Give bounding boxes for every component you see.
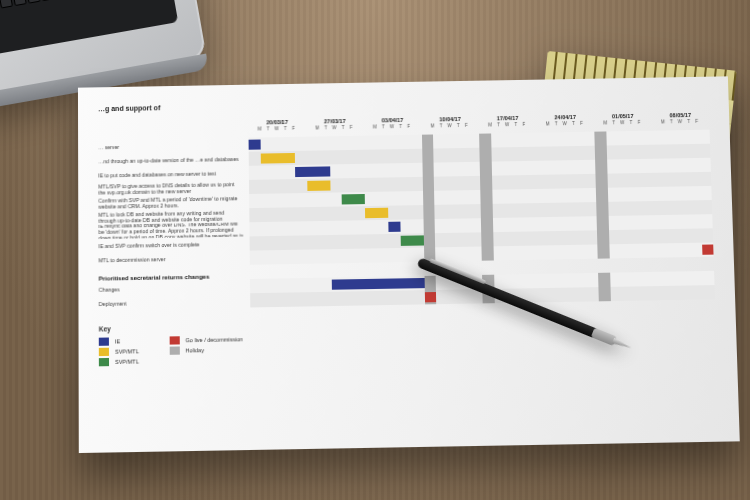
holiday-strip [422, 149, 434, 163]
holiday-strip [422, 191, 434, 205]
gantt-bar [365, 208, 388, 219]
holiday-strip [481, 204, 493, 218]
gantt-bar [260, 153, 295, 164]
week-date: 10/04/17 [421, 116, 479, 123]
week-date: 17/04/17 [479, 115, 537, 122]
gantt-bar [295, 166, 330, 177]
week-date: 03/04/17 [364, 117, 422, 124]
week-days: M T W T F [248, 126, 306, 132]
gantt-document: …g and support of … server…nd through an… [78, 76, 740, 453]
holiday-strip [597, 216, 609, 230]
week-header: 10/04/17M T W T F [421, 116, 479, 135]
holiday-strip [423, 205, 435, 219]
week-header: 08/05/17M T W T F [651, 112, 709, 131]
week-header: 03/04/17M T W T F [364, 117, 422, 136]
holiday-strip [597, 230, 609, 244]
week-date: 20/03/17 [248, 119, 306, 126]
week-days: M T W T F [306, 125, 364, 131]
holiday-strip [595, 160, 607, 174]
gantt-bar [400, 235, 423, 246]
legend-swatch [99, 358, 109, 366]
week-header: 27/03/17M T W T F [306, 118, 364, 137]
week-days: M T W T F [536, 121, 594, 127]
week-header: 01/05/17M T W T F [594, 113, 652, 132]
holiday-strip [479, 148, 491, 162]
gantt-bar [424, 292, 436, 302]
holiday-strip [595, 174, 607, 188]
gantt-bar [388, 222, 400, 232]
gantt-bar [342, 194, 365, 204]
legend-swatch [169, 346, 179, 354]
legend-swatch [169, 336, 179, 344]
holiday-strip [422, 163, 434, 177]
holiday-strip [480, 190, 492, 204]
week-header: 24/04/17M T W T F [536, 114, 594, 133]
holiday-strip [594, 131, 606, 145]
week-days: M T W T F [421, 123, 479, 129]
gantt-chart: … server…nd through an up-to-date versio… [98, 112, 715, 312]
legend-swatch [99, 338, 109, 346]
legend-item: IE [99, 336, 139, 347]
holiday-strip [598, 287, 610, 301]
task-label: IE resync data and change over DNS. The … [98, 222, 249, 239]
holiday-strip [421, 134, 433, 148]
holiday-strip [422, 177, 434, 191]
holiday-strip [424, 276, 436, 290]
holiday-strip [595, 146, 607, 160]
holiday-strip [481, 232, 493, 246]
page-title: …g and support of [98, 95, 709, 113]
gantt-bar [702, 244, 714, 254]
legend-label: SVP/MTL [115, 348, 139, 355]
legend-item: SVP/MTL [99, 346, 139, 357]
holiday-strip [423, 219, 435, 233]
week-date: 24/04/17 [536, 114, 594, 121]
holiday-strip [480, 162, 492, 176]
holiday-strip [596, 188, 608, 202]
week-days: M T W T F [364, 124, 422, 130]
holiday-strip [423, 233, 435, 247]
gantt-bar [307, 180, 330, 190]
week-days: M T W T F [594, 120, 652, 126]
task-label: Deployment [99, 294, 251, 311]
week-date: 27/03/17 [306, 118, 364, 125]
holiday-strip [596, 202, 608, 216]
holiday-strip [597, 244, 609, 258]
week-days: M T W T F [479, 122, 537, 128]
legend-swatch [99, 348, 109, 356]
week-days: M T W T F [652, 119, 710, 125]
legend-label: SVP/MTL [115, 358, 139, 365]
holiday-strip [481, 218, 493, 232]
gantt-bar [249, 140, 261, 150]
legend-label: Holiday [185, 347, 204, 353]
legend-item: SVP/MTL [99, 356, 139, 367]
week-header: 17/04/17M T W T F [479, 115, 537, 134]
legend-label: IE [115, 338, 120, 344]
week-date: 01/05/17 [594, 113, 652, 120]
gantt-bar [331, 278, 424, 290]
holiday-strip [598, 273, 610, 287]
holiday-strip [479, 133, 491, 147]
holiday-strip [480, 176, 492, 190]
holiday-strip [481, 246, 493, 260]
legend-label: Go live / decommission [185, 336, 243, 343]
week-date: 08/05/17 [651, 112, 709, 119]
week-header: 20/03/17M T W T F [248, 119, 306, 138]
legend-item: Holiday [169, 344, 243, 356]
